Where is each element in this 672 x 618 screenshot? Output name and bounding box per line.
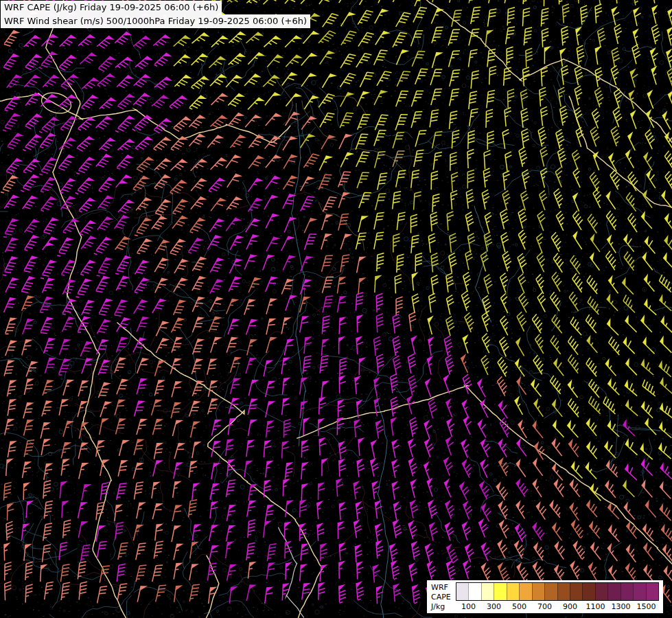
legend-color-segment: [456, 583, 468, 600]
legend-color-segment: [595, 583, 607, 600]
legend-tick-label: 1300: [612, 603, 631, 610]
legend-color-segment: [532, 583, 544, 600]
legend-model-label: WRF: [431, 584, 452, 591]
legend-field-label: CAPE: [431, 593, 452, 601]
legend-color-segment: [646, 583, 658, 600]
legend-tick-label: 100: [461, 603, 476, 610]
legend-color-segment: [570, 583, 582, 600]
legend-color-segment: [468, 583, 480, 600]
title-cape: WRF CAPE (J/kg) Friday 19-09-2025 06:00 …: [1, 1, 222, 14]
legend-tick-label: 300: [487, 603, 501, 610]
title-wind-shear: WRF Wind shear (m/s) 500/1000hPa Friday …: [1, 14, 310, 28]
legend-color-segment: [481, 583, 494, 600]
legend-scale: 100300500700900110013001500: [456, 582, 659, 611]
legend-color-segment: [607, 583, 620, 600]
legend-color-segment: [621, 583, 633, 600]
legend-color-segment: [557, 583, 570, 600]
legend-color-segment: [582, 583, 594, 600]
legend-labels: WRF CAPE J/kg: [431, 582, 452, 611]
cape-legend: WRF CAPE J/kg 10030050070090011001300150…: [427, 580, 663, 613]
legend-tick-label: 700: [537, 603, 552, 610]
legend-color-segment: [519, 583, 531, 600]
wrf-weather-map: WRF CAPE (J/kg) Friday 19-09-2025 06:00 …: [0, 0, 672, 618]
legend-color-bar: [456, 582, 659, 601]
legend-unit-label: J/kg: [431, 603, 452, 610]
legend-color-segment: [633, 583, 645, 600]
map-canvas: [0, 0, 672, 618]
legend-tick-labels: 100300500700900110013001500: [456, 602, 659, 611]
legend-tick-label: 500: [512, 603, 526, 610]
legend-tick-label: 900: [563, 603, 577, 610]
legend-tick-label: 1100: [586, 603, 605, 610]
legend-color-segment: [544, 583, 557, 600]
legend-color-segment: [507, 583, 519, 600]
legend-color-segment: [494, 583, 506, 600]
legend-tick-label: 1500: [637, 603, 656, 610]
